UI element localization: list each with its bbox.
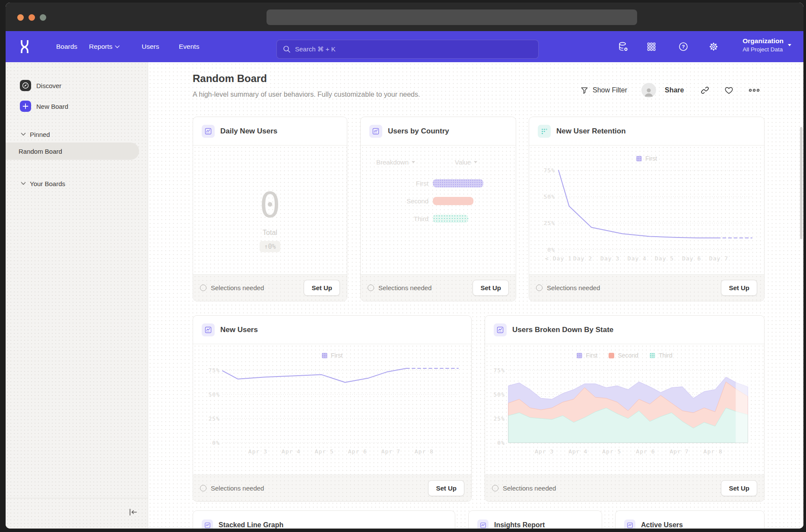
bar-label: First — [369, 180, 428, 187]
card-body: First 75%50%25%0%< Day 1Day 2Day 3Day 4D… — [529, 146, 764, 274]
sidebar: Discover New Board Pinned Random Board Y… — [6, 62, 148, 529]
svg-text:Apr 4: Apr 4 — [568, 448, 587, 455]
chevron-down-icon — [412, 161, 415, 163]
stacked-area-chart: 75%50%25%0%Apr 3Apr 4Apr 5Apr 6Apr 7Apr … — [492, 358, 764, 455]
bar-row: Third — [369, 215, 468, 223]
apps-grid-icon[interactable] — [646, 41, 657, 52]
traffic-light-minimize[interactable] — [29, 14, 35, 21]
search-input[interactable]: Search ⌘ + K — [276, 40, 539, 59]
status-text: Selections needed — [547, 284, 600, 291]
card-body: First Second Third 75%50%25%0%Apr 3Apr 4… — [485, 344, 764, 475]
scrollbar-thumb[interactable] — [800, 127, 803, 239]
status-radio-icon — [536, 285, 543, 291]
svg-text:0%: 0% — [497, 440, 505, 446]
metric-delta-badge: ↑0% — [260, 241, 280, 252]
card-header: Insights Report — [469, 511, 602, 529]
mixpanel-logo-icon[interactable] — [19, 39, 30, 56]
svg-text:25%: 25% — [544, 220, 555, 226]
svg-text:25%: 25% — [494, 415, 505, 422]
card-title: Insights Report — [494, 521, 545, 529]
value-dropdown[interactable]: Value — [455, 158, 477, 166]
set-up-button[interactable]: Set Up — [304, 280, 340, 296]
more-options-icon[interactable] — [748, 83, 761, 98]
sidebar-item-new-board[interactable]: New Board — [6, 98, 148, 115]
line-chart-icon — [494, 323, 507, 336]
settings-gear-icon[interactable] — [708, 41, 719, 52]
svg-text:Day 3: Day 3 — [600, 255, 619, 262]
org-name: Organization — [743, 37, 784, 45]
svg-text:Apr 7: Apr 7 — [670, 448, 689, 455]
breakdown-dropdown[interactable]: Breakdown — [376, 158, 415, 166]
svg-text:75%: 75% — [209, 367, 220, 374]
line-chart-icon — [202, 519, 213, 529]
nav-item-label: Users — [142, 43, 159, 51]
nav-item-reports[interactable]: Reports — [89, 31, 120, 62]
sidebar-section-your-boards[interactable]: Your Boards — [6, 177, 148, 190]
traffic-light-close[interactable] — [17, 14, 24, 21]
show-filter-button[interactable]: Show Filter — [580, 83, 627, 98]
card-title: New User Retention — [556, 127, 626, 136]
new-users-line-chart: 75%50%25%0%Apr 3Apr 4Apr 5Apr 6Apr 7Apr … — [200, 358, 465, 455]
card-new-user-retention: New User Retention First 75%50%25%0%< Da… — [529, 117, 765, 301]
card-users-by-state: Users Broken Down By State First Second — [485, 315, 765, 502]
svg-text:?: ? — [682, 44, 685, 49]
chevron-down-icon — [21, 133, 26, 136]
card-header: New Users — [193, 316, 471, 344]
svg-text:50%: 50% — [209, 391, 220, 398]
traffic-light-zoom[interactable] — [40, 14, 46, 21]
sidebar-item-label: Discover — [36, 82, 61, 89]
share-label: Share — [665, 86, 684, 94]
set-up-button[interactable]: Set Up — [721, 480, 757, 496]
chevron-down-icon — [474, 161, 477, 163]
line-chart-icon — [202, 323, 215, 336]
nav-item-events[interactable]: Events — [179, 31, 199, 62]
status-radio-icon — [492, 485, 498, 491]
set-up-button[interactable]: Set Up — [473, 280, 509, 296]
sidebar-item-random-board[interactable]: Random Board — [6, 142, 139, 160]
legend-swatch — [650, 353, 655, 358]
avatar[interactable] — [641, 83, 656, 98]
svg-text:Apr 8: Apr 8 — [704, 448, 723, 455]
collapse-sidebar-icon[interactable] — [128, 508, 138, 518]
chevron-down-icon — [21, 182, 26, 185]
svg-text:Day 5: Day 5 — [655, 255, 674, 262]
org-switcher[interactable]: Organization All Project Data — [743, 37, 791, 53]
card-title: Daily New Users — [220, 127, 277, 136]
card-header: Users by Country — [361, 117, 516, 146]
svg-text:Day 6: Day 6 — [682, 255, 701, 262]
svg-text:50%: 50% — [494, 391, 505, 398]
nav-item-users[interactable]: Users — [142, 31, 159, 62]
funnel-icon — [580, 86, 589, 95]
favorite-heart-icon[interactable] — [724, 83, 734, 98]
legend-label: First — [645, 155, 657, 162]
status-radio-icon — [200, 485, 206, 491]
bar-row: First — [369, 179, 483, 187]
page-subtitle: A high-level summary of user behaviors. … — [193, 91, 420, 98]
person-icon — [643, 86, 654, 98]
compass-icon — [20, 80, 31, 91]
chevron-down-icon — [115, 45, 120, 48]
data-management-icon[interactable] — [618, 41, 628, 52]
url-bar[interactable] — [267, 10, 637, 25]
share-button[interactable]: Share — [665, 83, 684, 98]
sidebar-section-pinned[interactable]: Pinned — [6, 128, 148, 141]
svg-text:Day 4: Day 4 — [628, 255, 647, 262]
metric-label: Total — [193, 229, 347, 237]
legend-swatch — [322, 353, 327, 358]
card-new-users: New Users First 75%50%25%0%Apr 3Apr 4Apr… — [193, 315, 472, 502]
card-header: Active Users — [616, 511, 764, 529]
copy-link-icon[interactable] — [700, 83, 710, 98]
chevron-down-icon — [788, 44, 791, 46]
sidebar-item-discover[interactable]: Discover — [6, 77, 148, 94]
card-footer: Selections needed Set Up — [361, 274, 516, 301]
set-up-button[interactable]: Set Up — [721, 280, 757, 296]
bar-first — [433, 179, 483, 187]
set-up-button[interactable]: Set Up — [428, 480, 464, 496]
card-body: First 75%50%25%0%Apr 3Apr 4Apr 5Apr 6Apr… — [193, 344, 471, 475]
card-body: 0 Total ↑0% — [193, 146, 347, 274]
svg-text:50%: 50% — [544, 193, 555, 200]
svg-text:Apr 3: Apr 3 — [248, 448, 267, 455]
nav-item-boards[interactable]: Boards — [56, 31, 77, 62]
card-insights-report: Insights Report — [468, 510, 602, 529]
help-icon[interactable]: ? — [678, 41, 689, 52]
